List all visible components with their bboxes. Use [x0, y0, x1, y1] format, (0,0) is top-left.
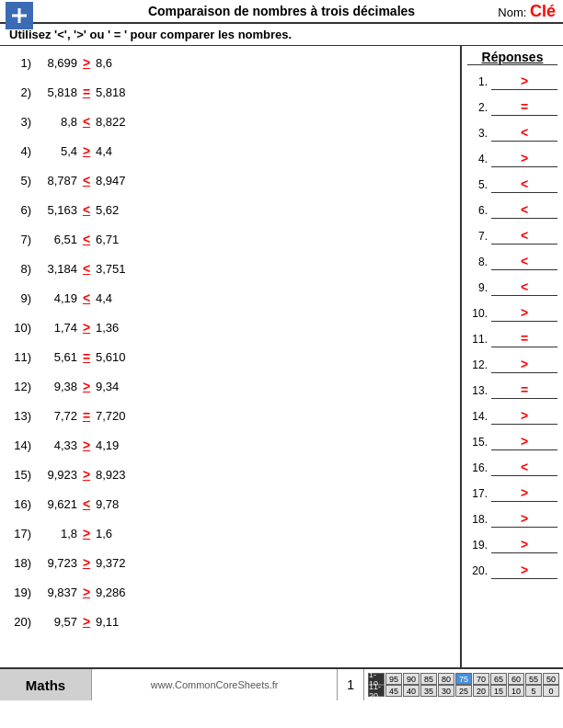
- problem-left-16: 9,621: [33, 497, 77, 511]
- problem-row-8: 8) 3,184 < 3,751: [9, 256, 451, 281]
- problems-section: 1) 8,699 > 8,6 2) 5,818 = 5,818 3) 8,8 <…: [0, 46, 462, 667]
- problem-row-16: 16) 9,621 < 9,78: [9, 491, 451, 517]
- problem-row-6: 6) 5,163 < 5,62: [9, 197, 451, 222]
- answer-val-14: >: [491, 408, 557, 425]
- problem-num-12: 12): [9, 380, 31, 393]
- answer-row-16: 16. <: [467, 455, 557, 481]
- answer-row-2: 2. =: [467, 95, 557, 120]
- problem-op-8: <: [79, 261, 94, 276]
- problem-op-7: <: [79, 232, 94, 246]
- problem-row-1: 1) 8,699 > 8,6: [9, 50, 451, 75]
- problem-left-18: 9,723: [33, 556, 77, 570]
- problem-left-5: 8,787: [33, 174, 77, 188]
- problem-num-10: 10): [9, 321, 31, 335]
- page-title: Comparaison de nombres à trois décimales: [148, 4, 415, 18]
- problem-left-3: 8,8: [33, 115, 77, 129]
- answer-val-3: <: [491, 125, 557, 142]
- answer-row-13: 13. =: [467, 378, 557, 404]
- problem-row-10: 10) 1,74 > 1,36: [9, 314, 451, 340]
- problem-right-10: 1,36: [96, 321, 140, 335]
- problem-op-12: >: [79, 379, 94, 393]
- problem-right-14: 4,19: [96, 438, 140, 452]
- answer-row-19: 19. >: [467, 532, 557, 558]
- problem-num-7: 7): [9, 233, 31, 246]
- answer-val-17: >: [491, 485, 557, 502]
- problem-num-6: 6): [9, 203, 31, 217]
- answer-num-17: 17.: [467, 487, 488, 500]
- problem-left-20: 9,57: [33, 615, 77, 629]
- answer-row-15: 15. >: [467, 429, 557, 455]
- problem-op-5: <: [79, 173, 94, 188]
- problem-right-3: 8,822: [96, 115, 140, 129]
- footer-maths-label: Maths: [0, 669, 92, 700]
- problem-right-8: 3,751: [96, 262, 140, 276]
- answer-row-12: 12. >: [467, 352, 557, 378]
- answer-row-1: 1. >: [467, 69, 557, 95]
- answer-val-16: <: [491, 460, 557, 476]
- problem-op-17: >: [79, 526, 94, 540]
- problem-op-20: >: [79, 614, 94, 629]
- problem-num-1: 1): [9, 56, 31, 70]
- problem-num-16: 16): [9, 497, 31, 511]
- problem-op-4: >: [79, 143, 94, 158]
- problem-op-19: >: [79, 585, 94, 599]
- problem-left-19: 9,837: [33, 586, 77, 599]
- score-range-2: 11-20: [368, 685, 385, 697]
- problem-right-2: 5,818: [96, 85, 140, 99]
- problem-right-5: 8,947: [96, 174, 140, 188]
- problem-left-2: 5,818: [33, 85, 77, 99]
- answer-row-20: 20. >: [467, 558, 557, 584]
- problem-num-5: 5): [9, 174, 31, 188]
- answer-val-19: >: [491, 537, 557, 553]
- problem-right-16: 9,78: [96, 497, 140, 511]
- answer-val-8: <: [491, 254, 557, 270]
- problem-left-10: 1,74: [33, 321, 77, 335]
- answer-row-7: 7. <: [467, 223, 557, 249]
- problem-right-9: 4,4: [96, 291, 140, 305]
- instructions: Utilisez '<', '>' ou ' = ' pour comparer…: [0, 24, 563, 46]
- answer-val-10: >: [491, 305, 557, 322]
- answer-num-11: 11.: [467, 333, 488, 346]
- problem-row-11: 11) 5,61 = 5,610: [9, 344, 451, 370]
- problem-num-17: 17): [9, 527, 31, 540]
- answer-val-18: >: [491, 511, 557, 528]
- problem-row-7: 7) 6,51 < 6,71: [9, 226, 451, 252]
- problem-row-18: 18) 9,723 > 9,372: [9, 550, 451, 575]
- answer-val-13: =: [491, 382, 557, 399]
- problem-op-6: <: [79, 202, 94, 217]
- problem-num-15: 15): [9, 468, 31, 482]
- answer-num-9: 9.: [467, 281, 488, 294]
- problem-op-3: <: [79, 114, 94, 129]
- problem-left-1: 8,699: [33, 56, 77, 70]
- nom-label: Nom: Clé: [498, 2, 556, 21]
- answer-num-18: 18.: [467, 513, 488, 526]
- problem-num-3: 3): [9, 115, 31, 129]
- problem-row-4: 4) 5,4 > 4,4: [9, 138, 451, 164]
- problem-row-19: 19) 9,837 > 9,286: [9, 579, 451, 605]
- problem-op-10: >: [79, 320, 94, 335]
- answer-num-4: 4.: [467, 153, 488, 165]
- answer-row-6: 6. <: [467, 198, 557, 223]
- problem-left-15: 9,923: [33, 468, 77, 482]
- problem-num-20: 20): [9, 615, 31, 629]
- problem-row-5: 5) 8,787 < 8,947: [9, 167, 451, 193]
- problem-num-13: 13): [9, 409, 31, 423]
- score-row-2: 11-20 45 40 35 30 25 20 15 10 5 0: [368, 685, 559, 697]
- problem-right-18: 9,372: [96, 556, 140, 570]
- problem-num-8: 8): [9, 262, 31, 276]
- answer-row-11: 11. =: [467, 326, 557, 352]
- problem-right-12: 9,34: [96, 380, 140, 393]
- problem-row-20: 20) 9,57 > 9,11: [9, 609, 451, 634]
- problem-right-20: 9,11: [96, 615, 140, 629]
- answer-num-12: 12.: [467, 358, 488, 371]
- problem-left-14: 4,33: [33, 438, 77, 452]
- problem-num-19: 19): [9, 586, 31, 599]
- answer-row-10: 10. >: [467, 301, 557, 326]
- problem-right-4: 4,4: [96, 144, 140, 158]
- problem-left-9: 4,19: [33, 291, 77, 305]
- answer-row-17: 17. >: [467, 481, 557, 506]
- footer-page: 1: [337, 669, 364, 700]
- answer-val-5: <: [491, 176, 557, 193]
- answer-num-16: 16.: [467, 461, 488, 474]
- problem-op-2: =: [79, 85, 94, 99]
